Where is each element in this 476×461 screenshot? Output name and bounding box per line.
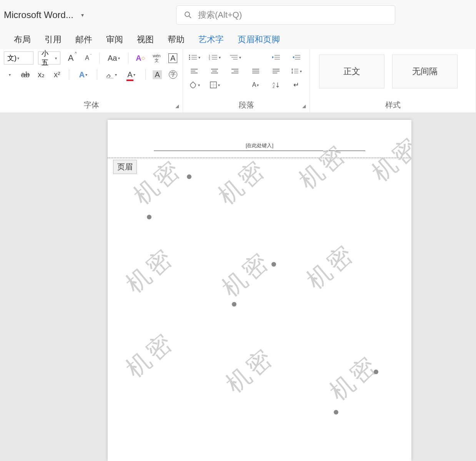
watermark: 机密 xyxy=(300,237,361,296)
paragraph-group-label: 段落 xyxy=(183,100,310,110)
bullets-button[interactable]: ▾ xyxy=(187,51,201,63)
change-case-button[interactable]: Aa▾ xyxy=(106,52,122,64)
asian-layout-button[interactable]: A▾ xyxy=(248,79,263,91)
font-size-value: 小五 xyxy=(42,49,54,67)
header-tag: 页眉 xyxy=(113,160,137,174)
selection-handle-icon[interactable] xyxy=(271,262,276,267)
menu-references[interactable]: 引用 xyxy=(45,34,62,45)
document-area[interactable]: [在此处键入] 页眉 机密 机密 机密 机密 机密 机密 机密 机密 机密 机密 xyxy=(0,113,476,461)
title-dropdown-icon[interactable]: ▾ xyxy=(81,12,84,18)
decrease-indent-button[interactable] xyxy=(269,51,283,63)
watermark: 机密 xyxy=(365,129,411,189)
ribbon: 文) ▾ 小五 ▾ A^ Aˇ Aa▾ A◇ wén 文 A ▾ ab x₂ x… xyxy=(0,49,476,113)
style-no-spacing[interactable]: 无间隔 xyxy=(392,55,458,88)
svg-point-5 xyxy=(189,57,190,58)
line-spacing-button[interactable]: ▾ xyxy=(289,65,304,77)
ribbon-group-styles: 正文 无间隔 样式 xyxy=(310,49,476,113)
phonetic-guide-button[interactable]: wén 文 xyxy=(151,52,162,64)
svg-rect-2 xyxy=(107,78,113,79)
grow-font-button[interactable]: A^ xyxy=(65,52,77,64)
font-size-combo[interactable]: 小五 ▾ xyxy=(38,51,60,65)
numbering-button[interactable]: 123▾ xyxy=(207,51,222,63)
selection-handle-icon[interactable] xyxy=(187,174,191,179)
font-group-label: 字体 xyxy=(0,100,183,110)
paragraph-dialog-launcher-icon[interactable]: ◢ xyxy=(302,103,306,109)
sort-button[interactable]: AZ xyxy=(269,79,283,91)
selection-handle-icon[interactable] xyxy=(147,215,151,219)
header-placeholder-text[interactable]: [在此处键入] xyxy=(154,142,365,149)
watermark: 机密 xyxy=(323,348,384,408)
page[interactable]: [在此处键入] 页眉 机密 机密 机密 机密 机密 机密 机密 机密 机密 机密 xyxy=(108,120,411,461)
clear-formatting-button[interactable]: A◇ xyxy=(135,52,146,64)
menu-layout[interactable]: 布局 xyxy=(14,34,31,45)
svg-point-0 xyxy=(185,12,190,17)
selection-handle-icon[interactable] xyxy=(374,370,378,374)
title-text: Microsoft Word... xyxy=(4,10,73,20)
header-zone[interactable]: [在此处键入] xyxy=(154,142,365,151)
style-normal[interactable]: 正文 xyxy=(319,55,384,88)
justify-button[interactable] xyxy=(248,65,263,77)
align-right-button[interactable] xyxy=(228,65,242,77)
selection-handle-icon[interactable] xyxy=(334,410,338,415)
app-title: Microsoft Word... ▾ xyxy=(4,10,84,20)
ribbon-group-paragraph: ▾ 123▾ ▾ ▾ ▾ ▾ A▾ AZ ↵ 段落 ◢ xyxy=(183,49,310,113)
search-box[interactable]: 搜索(Alt+Q) xyxy=(176,5,395,25)
menu-wordart[interactable]: 艺术字 xyxy=(198,34,224,45)
menu-help[interactable]: 帮助 xyxy=(168,34,185,45)
watermark: 机密 xyxy=(119,241,181,300)
svg-point-7 xyxy=(189,59,190,60)
menu-bar: 布局 引用 邮件 审阅 视图 帮助 艺术字 页眉和页脚 xyxy=(0,30,476,49)
title-bar: Microsoft Word... ▾ 搜索(Alt+Q) xyxy=(0,0,476,30)
menu-mailings[interactable]: 邮件 xyxy=(75,34,92,45)
text-effects-button[interactable]: A▾ xyxy=(75,68,91,81)
watermark: 机密 xyxy=(215,245,277,304)
search-placeholder: 搜索(Alt+Q) xyxy=(198,9,242,21)
font-color-button[interactable]: A▾ xyxy=(123,68,139,81)
align-left-button[interactable] xyxy=(187,65,201,77)
distribute-button[interactable] xyxy=(269,65,283,77)
header-rule xyxy=(154,151,365,151)
increase-indent-button[interactable] xyxy=(289,51,304,63)
more-font-button[interactable]: ▾ xyxy=(4,68,15,81)
strikethrough-button[interactable]: ab xyxy=(20,68,31,81)
multilevel-list-button[interactable]: ▾ xyxy=(228,51,242,63)
svg-text:Z: Z xyxy=(273,85,275,89)
menu-review[interactable]: 审阅 xyxy=(106,34,123,45)
svg-line-1 xyxy=(189,16,191,18)
font-dialog-launcher-icon[interactable]: ◢ xyxy=(175,103,179,109)
shading-button[interactable]: ▾ xyxy=(187,79,201,91)
header-boundary-line xyxy=(108,158,411,158)
enclose-characters-button[interactable]: 字 xyxy=(168,68,179,81)
svg-text:3: 3 xyxy=(209,58,210,60)
shrink-font-button[interactable]: Aˇ xyxy=(81,52,93,64)
chevron-down-icon: ▾ xyxy=(55,56,57,60)
search-icon xyxy=(184,11,192,19)
chevron-down-icon: ▾ xyxy=(17,56,19,60)
highlight-color-button[interactable]: ▾ xyxy=(103,68,119,81)
font-name-combo[interactable]: 文) ▾ xyxy=(4,51,33,65)
ribbon-group-font: 文) ▾ 小五 ▾ A^ Aˇ Aa▾ A◇ wén 文 A ▾ ab x₂ x… xyxy=(0,49,183,113)
character-border-button[interactable]: A xyxy=(167,52,179,64)
show-marks-button[interactable]: ↵ xyxy=(289,79,304,91)
watermark: 机密 xyxy=(119,325,181,385)
menu-header-footer[interactable]: 页眉和页脚 xyxy=(238,34,280,45)
selection-handle-icon[interactable] xyxy=(232,302,236,307)
menu-view[interactable]: 视图 xyxy=(137,34,154,45)
svg-point-3 xyxy=(189,55,190,56)
superscript-button[interactable]: x² xyxy=(52,68,63,81)
borders-button[interactable]: ▾ xyxy=(207,79,222,91)
font-name-value: 文) xyxy=(7,53,17,63)
align-center-button[interactable] xyxy=(207,65,222,77)
watermark: 机密 xyxy=(211,153,273,212)
watermark: 机密 xyxy=(219,341,281,400)
styles-group-label: 样式 xyxy=(310,100,476,110)
character-shading-button[interactable]: A xyxy=(152,68,163,81)
subscript-button[interactable]: x₂ xyxy=(36,68,47,81)
